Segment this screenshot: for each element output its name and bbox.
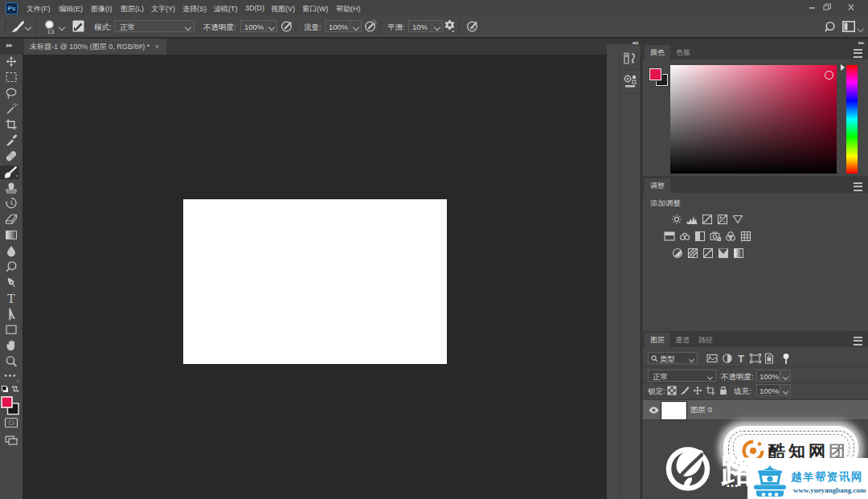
svg-text:T: T <box>7 292 15 305</box>
svg-text:T: T <box>738 353 744 365</box>
